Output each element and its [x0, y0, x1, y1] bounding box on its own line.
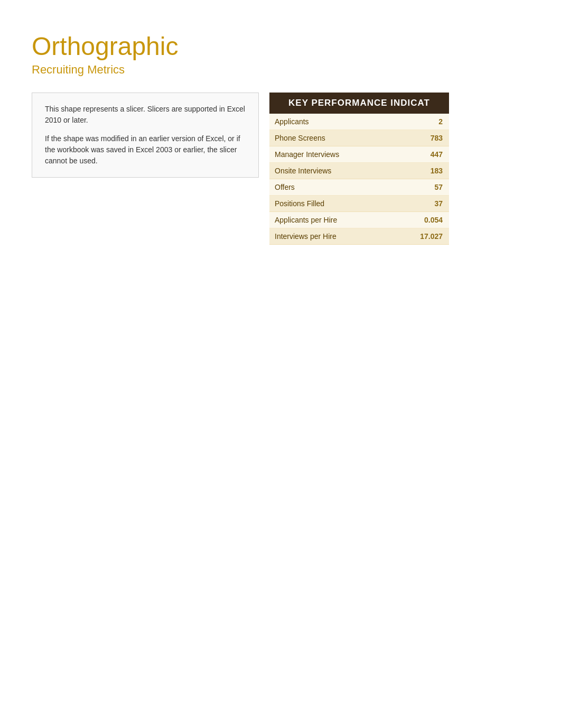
slicer-notice-paragraph-1: This shape represents a slicer. Slicers … [45, 104, 246, 126]
app-subtitle: Recruiting Metrics [32, 63, 529, 77]
page-content: Orthographic Recruiting Metrics This sha… [0, 0, 561, 266]
kpi-label: Positions Filled [269, 196, 407, 211]
kpi-value: 0.054 [407, 212, 449, 228]
kpi-header: KEY PERFORMANCE INDICAT [269, 93, 449, 114]
kpi-value: 2 [407, 114, 449, 130]
kpi-row: Offers57 [269, 179, 449, 196]
kpi-row: Manager Interviews447 [269, 146, 449, 163]
kpi-row: Positions Filled37 [269, 196, 449, 212]
kpi-row: Applicants per Hire0.054 [269, 212, 449, 228]
slicer-notice: This shape represents a slicer. Slicers … [32, 93, 259, 178]
kpi-value: 57 [407, 179, 449, 195]
kpi-label: Manager Interviews [269, 146, 407, 162]
kpi-value: 183 [407, 163, 449, 179]
kpi-value: 783 [407, 130, 449, 146]
kpi-label: Onsite Interviews [269, 163, 407, 179]
kpi-value: 447 [407, 146, 449, 162]
main-area: This shape represents a slicer. Slicers … [32, 93, 529, 245]
kpi-rows-container: Applicants2Phone Screens783Manager Inter… [269, 114, 449, 245]
kpi-label: Interviews per Hire [269, 228, 407, 244]
kpi-value: 37 [407, 196, 449, 211]
kpi-row: Interviews per Hire17.027 [269, 228, 449, 245]
kpi-row: Phone Screens783 [269, 130, 449, 146]
slicer-notice-paragraph-2: If the shape was modified in an earlier … [45, 133, 246, 167]
kpi-panel: KEY PERFORMANCE INDICAT Applicants2Phone… [269, 93, 449, 245]
kpi-label: Phone Screens [269, 130, 407, 146]
kpi-row: Applicants2 [269, 114, 449, 130]
kpi-label: Applicants per Hire [269, 212, 407, 228]
kpi-label: Applicants [269, 114, 407, 130]
kpi-value: 17.027 [407, 228, 449, 244]
kpi-label: Offers [269, 179, 407, 195]
kpi-row: Onsite Interviews183 [269, 163, 449, 179]
app-title: Orthographic [32, 32, 529, 61]
